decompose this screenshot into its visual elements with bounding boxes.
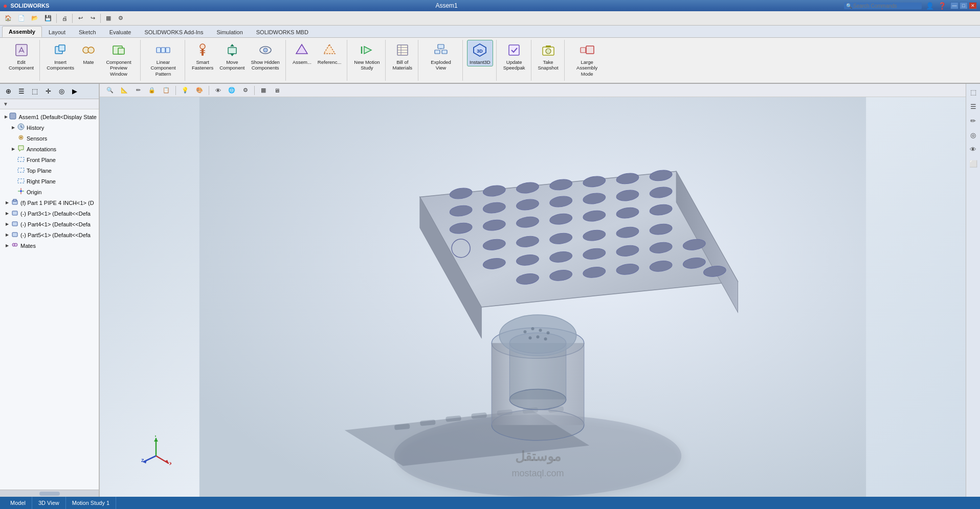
update-speedpak-button[interactable]: UpdateSpeedpak <box>501 40 528 73</box>
ribbon-group-instant3d: 3D Instant3D <box>464 40 497 81</box>
view-orient-button[interactable]: 📐 <box>118 85 130 96</box>
new-button[interactable]: 📄 <box>15 13 28 24</box>
linear-pattern-button[interactable]: LinearComponent Pattern <box>145 40 182 78</box>
appearances-button[interactable]: ⚙ <box>240 85 251 96</box>
svg-point-80 <box>499 315 576 356</box>
assem-button[interactable]: Assem... <box>290 40 314 66</box>
shaded-button[interactable]: 💡 <box>179 85 191 96</box>
tree-item-mates[interactable]: ▶ Mates <box>0 240 99 251</box>
reference-label: Referenc... <box>318 59 341 65</box>
take-snapshot-button[interactable]: TakeSnapshot <box>536 40 561 73</box>
user-icon[interactable]: 👤 <box>926 2 934 10</box>
status-tab-motion-study[interactable]: Motion Study 1 <box>66 497 116 509</box>
edit-component-button[interactable]: EditComponent <box>6 40 36 73</box>
svg-rect-8 <box>157 48 161 53</box>
label-assem1: Assem1 (Default<Display State <box>18 114 97 120</box>
tab-solidworks-mbd[interactable]: SOLIDWORKS MBD <box>250 26 315 37</box>
tab-evaluate[interactable]: Evaluate <box>103 26 138 37</box>
tab-assembly[interactable]: Assembly <box>2 26 42 37</box>
redo-button[interactable]: ↪ <box>87 13 98 24</box>
tree-item-origin[interactable]: Origin <box>0 187 99 197</box>
open-button[interactable]: 📂 <box>29 13 41 24</box>
tree-item-part1[interactable]: ▶ (f) Part 1 PIPE 4 INCH<1> (D <box>0 197 99 208</box>
model-viewport: موستقل mostaql.com <box>100 97 966 497</box>
component-preview-button[interactable]: ComponentPreview Window <box>100 40 137 78</box>
arrow-part4: ▶ <box>4 221 10 227</box>
panel-icon-config-manager[interactable]: ⬚ <box>29 85 41 98</box>
right-panel-options-button[interactable]: ⬜ <box>967 157 979 170</box>
select-button[interactable]: ▦ <box>103 13 114 24</box>
status-tab-3dview[interactable]: 3D View <box>32 497 66 509</box>
tree-item-sensors[interactable]: Sensors <box>0 133 99 144</box>
shadows-button[interactable]: 🌐 <box>226 85 238 96</box>
mate-button[interactable]: Mate <box>78 40 99 66</box>
right-panel-view-button[interactable]: ⬚ <box>967 86 979 98</box>
tree-item-annotations[interactable]: ▶ Annotations <box>0 144 99 154</box>
svg-point-85 <box>528 336 531 339</box>
options-button[interactable]: ⚙ <box>115 13 126 24</box>
tree-item-top-plane[interactable]: Top Plane <box>0 165 99 176</box>
svg-rect-47 <box>18 157 24 161</box>
insert-components-button[interactable]: InsertComponents <box>44 40 77 73</box>
large-assembly-mode-label: Large AssemblyMode <box>571 59 603 77</box>
instant3d-button[interactable]: 3D Instant3D <box>467 40 493 66</box>
insert-components-icon <box>52 42 69 58</box>
tree-item-part5[interactable]: ▶ (-) Part5<1> (Default<<Defa <box>0 229 99 240</box>
left-panel-scrollbar[interactable] <box>0 490 99 497</box>
icon-part1 <box>11 198 18 207</box>
shaded-edges-button[interactable]: 🎨 <box>193 85 206 96</box>
minimize-button[interactable]: — <box>950 2 959 9</box>
help-icon[interactable]: ❓ <box>938 2 946 10</box>
tab-layout[interactable]: Layout <box>42 26 72 37</box>
home-button[interactable]: 🏠 <box>2 13 14 24</box>
svg-rect-10 <box>166 48 170 53</box>
right-panel-sketch-button[interactable]: ✏ <box>967 114 979 127</box>
instant3d-label: Instant3D <box>470 59 491 65</box>
label-right-plane: Right Plane <box>27 178 56 184</box>
right-panel-select-button[interactable]: ☰ <box>967 100 979 112</box>
close-button[interactable]: ✕ <box>969 2 977 9</box>
zoom-to-fit-button[interactable]: 🔍 <box>104 85 116 96</box>
bom-button[interactable]: Bill ofMaterials <box>390 40 415 73</box>
tree-item-front-plane[interactable]: Front Plane <box>0 154 99 165</box>
display-mode-button[interactable]: 🖥 <box>271 85 282 96</box>
panel-expand-button[interactable]: ▶ <box>69 85 81 98</box>
move-component-button[interactable]: MoveComponent <box>217 40 247 73</box>
tree-item-part3[interactable]: ▶ (-) Part3<1> (Default<<Defa <box>0 208 99 219</box>
take-snapshot-label: TakeSnapshot <box>538 59 559 71</box>
large-assembly-mode-button[interactable]: Large AssemblyMode <box>569 40 606 78</box>
exploded-view-button[interactable]: Exploded View <box>422 40 459 73</box>
right-panel-appearance-button[interactable]: 👁 <box>967 143 979 155</box>
panel-icon-property-manager[interactable]: ☰ <box>15 85 28 98</box>
search-input[interactable] <box>853 3 920 9</box>
display-style-button[interactable]: 📋 <box>160 85 172 96</box>
move-component-label: MoveComponent <box>219 59 244 71</box>
panel-icon-feature-manager[interactable]: ⊕ <box>2 85 14 98</box>
status-tab-model[interactable]: Model <box>4 497 32 509</box>
new-motion-study-button[interactable]: New MotionStudy <box>351 40 382 73</box>
panel-icon-dim-xpert[interactable]: ✛ <box>42 85 54 98</box>
reference-button[interactable]: Referenc... <box>315 40 344 66</box>
print-button[interactable]: 🖨 <box>59 13 70 24</box>
panel-icon-display-manager[interactable]: ◎ <box>55 85 68 98</box>
arrow-assem1: ▶ <box>4 114 8 120</box>
section-view-button[interactable]: ✏ <box>132 85 144 96</box>
maximize-button[interactable]: □ <box>960 2 968 9</box>
tree-item-assem1[interactable]: ▶ Assem1 (Default<Display State <box>0 111 99 122</box>
tree-item-history[interactable]: ▶ History <box>0 122 99 133</box>
tab-sketch[interactable]: Sketch <box>72 26 103 37</box>
tree-item-right-plane[interactable]: Right Plane <box>0 176 99 187</box>
tab-solidworks-addins[interactable]: SOLIDWORKS Add-Ins <box>138 26 210 37</box>
right-panel-display-button[interactable]: ◎ <box>967 129 979 141</box>
exploded-view-label: Exploded View <box>425 59 457 71</box>
viewport[interactable]: موستقل mostaql.com X Y Z <box>100 97 966 497</box>
view-settings-button[interactable]: ▦ <box>258 85 269 96</box>
save-button[interactable]: 💾 <box>42 13 54 24</box>
tree-item-part4[interactable]: ▶ (-) Part4<1> (Default<<Defa <box>0 219 99 229</box>
smart-fasteners-button[interactable]: SmartFasteners <box>189 40 216 73</box>
ambient-occlusion-button[interactable]: 👁 <box>212 85 224 96</box>
hide-show-button[interactable]: 🔒 <box>146 85 158 96</box>
undo-button[interactable]: ↩ <box>75 13 86 24</box>
tab-simulation[interactable]: Simulation <box>210 26 249 37</box>
show-hidden-button[interactable]: Show HiddenComponents <box>248 40 282 73</box>
